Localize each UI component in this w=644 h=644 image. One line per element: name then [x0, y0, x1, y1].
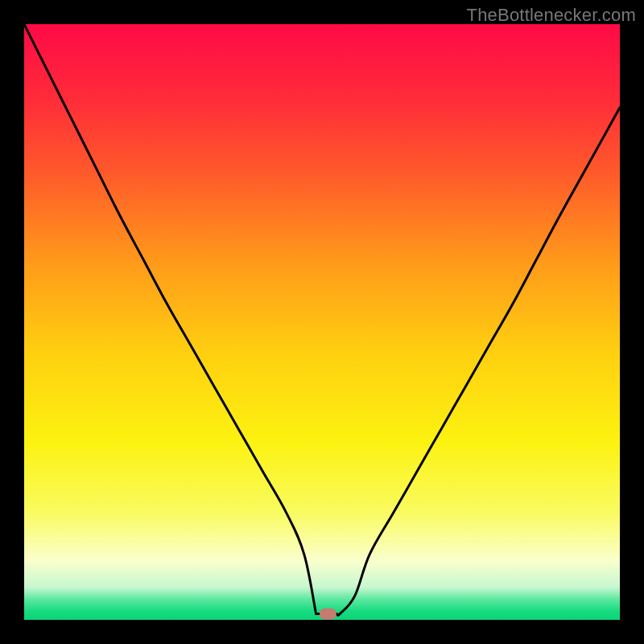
gradient-bg [24, 24, 620, 620]
plot-area [24, 24, 620, 620]
chart-frame: TheBottlenecker.com [0, 0, 644, 644]
chart-svg [24, 24, 620, 620]
watermark-text: TheBottlenecker.com [467, 5, 636, 26]
optimal-marker [320, 609, 336, 619]
